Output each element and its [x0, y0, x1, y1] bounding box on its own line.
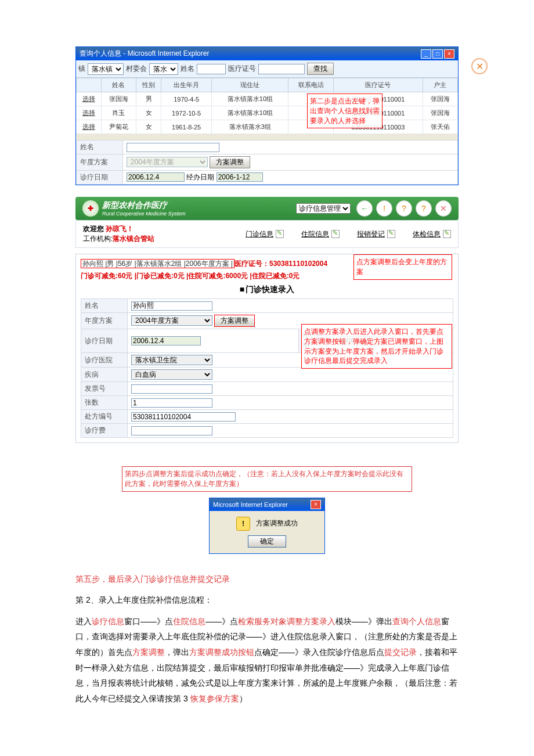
- alert-dialog: Microsoft Internet Explorer × ! 方案调整成功 确…: [209, 498, 325, 554]
- nav-tab[interactable]: 住院信息: [301, 229, 340, 239]
- f-date-input[interactable]: [131, 336, 201, 345]
- results-table: 姓名性别出生年月现住址联系电话医疗证号户主 选择张国海男1970-4-5落水镇落…: [76, 78, 458, 134]
- name-input[interactable]: [197, 64, 226, 74]
- app-header: ✚ 新型农村合作医疗 Rural Cooperative Medicine Sy…: [75, 197, 459, 220]
- cell: 1970-4-5: [161, 92, 211, 106]
- cell: 肖玉: [101, 106, 136, 120]
- f-name-input[interactable]: [131, 301, 212, 311]
- f-date-label: 诊疗日期: [81, 329, 128, 353]
- col-header: 医疗证号: [334, 78, 423, 92]
- back-icon[interactable]: ←: [356, 200, 373, 217]
- cell: 落水镇落水10组: [212, 106, 288, 120]
- maximize-button[interactable]: □: [432, 49, 443, 59]
- mini-date-input[interactable]: [127, 172, 185, 182]
- patient-mid: 530381110102004: [269, 260, 327, 268]
- select-link[interactable]: 选择: [77, 120, 102, 134]
- find-button[interactable]: 查找: [307, 63, 334, 75]
- col-header: 出生年月: [161, 78, 211, 92]
- town-select[interactable]: 落水镇: [88, 63, 124, 75]
- person-lookup-window: 查询个人信息 - Microsoft Internet Explorer _ □…: [75, 46, 459, 185]
- edit-icon: [331, 230, 340, 238]
- module-select[interactable]: 诊疗信息管理: [296, 203, 351, 214]
- question-icon[interactable]: ?: [416, 200, 432, 217]
- name-label: 姓名: [181, 64, 194, 74]
- nav-tab[interactable]: 报销登记: [357, 229, 395, 239]
- cell: 张天佑: [423, 120, 457, 134]
- section2-heading: 第 2、录入上年度住院补偿信息流程：: [75, 592, 459, 608]
- mini-date-label: 诊疗日期: [77, 171, 123, 185]
- f-count-input[interactable]: [131, 398, 212, 408]
- welcome-bar: 欢迎您 孙琼飞！ 工作机构:落水镇合管站 门诊信息住院信息报销登记体检信息: [75, 220, 459, 248]
- f-plan-label: 年度方案: [81, 313, 128, 329]
- dialog-ok-button[interactable]: 确定: [248, 535, 286, 548]
- col-header: [77, 78, 102, 92]
- cell: 张国海: [101, 92, 136, 106]
- dialog-close-button[interactable]: ×: [311, 500, 321, 509]
- window-title: 查询个人信息 - Microsoft Internet Explorer: [80, 49, 209, 59]
- mini-proc-input[interactable]: [217, 172, 263, 182]
- org-name: 落水镇合管站: [113, 235, 154, 243]
- edit-icon: [387, 230, 395, 238]
- patient-summary: 孙向熙 |男 |56岁 |落水镇落水2组 |2006年度方案 |: [81, 259, 234, 268]
- f-disease-select[interactable]: 白血病: [131, 369, 212, 380]
- mini-name-input[interactable]: [127, 143, 219, 152]
- org-label: 工作机构:: [83, 235, 113, 243]
- minimize-button[interactable]: _: [421, 49, 431, 59]
- f-plan-select[interactable]: 2004年度方案: [131, 315, 212, 326]
- f-hosp-label: 诊疗医院: [81, 353, 128, 368]
- mini-form: 姓名 年度方案 2004年度方案 方案调整 诊疗日期 经办日期: [76, 140, 458, 185]
- mid-input[interactable]: [258, 64, 305, 74]
- cell: 女: [136, 120, 161, 134]
- select-link[interactable]: 选择: [77, 106, 102, 120]
- user-name: 孙琼飞！: [106, 225, 134, 233]
- f-fee-input[interactable]: [131, 426, 212, 435]
- dialog-title: Microsoft Internet Explorer: [213, 501, 288, 508]
- close-button[interactable]: ×: [444, 49, 454, 59]
- edit-icon: [276, 230, 284, 238]
- nav-tab[interactable]: 门诊信息: [246, 229, 284, 239]
- mid-label: 医疗证号: [228, 64, 256, 74]
- cell: 尹菊花: [101, 120, 136, 134]
- mini-plan-adjust-button[interactable]: 方案调整: [210, 156, 250, 168]
- annotation-plan-change: 点方案调整后会变上年度的方案: [353, 254, 452, 280]
- patient-mid-label: 医疗证号：: [234, 260, 269, 268]
- search-bar: 镇 落水镇 村委会 落水 姓名 医疗证号 查找: [76, 60, 458, 78]
- col-header: 性别: [136, 78, 161, 92]
- help-icon[interactable]: ?: [396, 200, 412, 217]
- annotation-step4: 第四步点调整方案后提示成功点确定，（注意：若上人没有入保上年度方案时会提示此没有…: [122, 466, 412, 492]
- f-hosp-select[interactable]: 落水镇卫生院: [131, 355, 212, 365]
- flow-paragraph: 进入诊疗信息窗口——》点住院信息——》点检索服务对象调整方案录入模块——》弹出查…: [75, 614, 459, 707]
- app-title: 新型农村合作医疗: [102, 200, 186, 211]
- f-disease-label: 疾病: [81, 368, 128, 382]
- mini-plan-select[interactable]: 2004年度方案: [127, 157, 208, 167]
- f-invoice-input[interactable]: [131, 384, 212, 394]
- select-link[interactable]: 选择: [77, 92, 102, 106]
- village-select[interactable]: 落水: [149, 63, 178, 75]
- mini-proc-label: 经办日期: [186, 173, 214, 181]
- table-row: 选择尹菊花女1961-8-25落水镇落水3组530381110110003张天佑: [77, 120, 458, 134]
- step5-heading: 第五步，最后录入门诊诊疗信息并提交记录: [75, 571, 459, 587]
- col-header: 联系电话: [288, 78, 334, 92]
- f-invoice-label: 发票号: [81, 382, 128, 396]
- plan-adjust-button[interactable]: 方案调整: [214, 315, 255, 327]
- town-label: 镇: [78, 64, 85, 74]
- f-count-label: 张数: [81, 396, 128, 410]
- exit-icon[interactable]: ✕: [435, 200, 452, 217]
- close-circle-icon[interactable]: ✕: [471, 58, 488, 74]
- f-fee-label: 诊疗费: [81, 424, 128, 438]
- patient-panel: 孙向熙 |男 |56岁 |落水镇落水2组 |2006年度方案 |医疗证号：530…: [75, 254, 459, 443]
- warning-icon: !: [236, 517, 250, 531]
- welcome-label: 欢迎您: [83, 225, 104, 233]
- f-rx-input[interactable]: [131, 412, 236, 422]
- cell: 张国海: [423, 106, 457, 120]
- cell: 女: [136, 106, 161, 120]
- cell: 男: [136, 92, 161, 106]
- nav-tab[interactable]: 体检信息: [413, 229, 451, 239]
- cell: 1972-10-5: [161, 106, 211, 120]
- dialog-message: 方案调整成功: [256, 519, 298, 528]
- village-label: 村委会: [126, 64, 147, 74]
- doc-body: 第五步，最后录入门诊诊疗信息并提交记录 第 2、录入上年度住院补偿信息流程： 进…: [75, 571, 459, 707]
- annotation-entry: 点调整方案录入后进入此录入窗口，首先要点方案调整按钮，弹确定方案已调整窗口，上图…: [301, 324, 452, 369]
- titlebar: 查询个人信息 - Microsoft Internet Explorer _ □…: [76, 47, 458, 60]
- alert-icon[interactable]: !: [376, 200, 392, 217]
